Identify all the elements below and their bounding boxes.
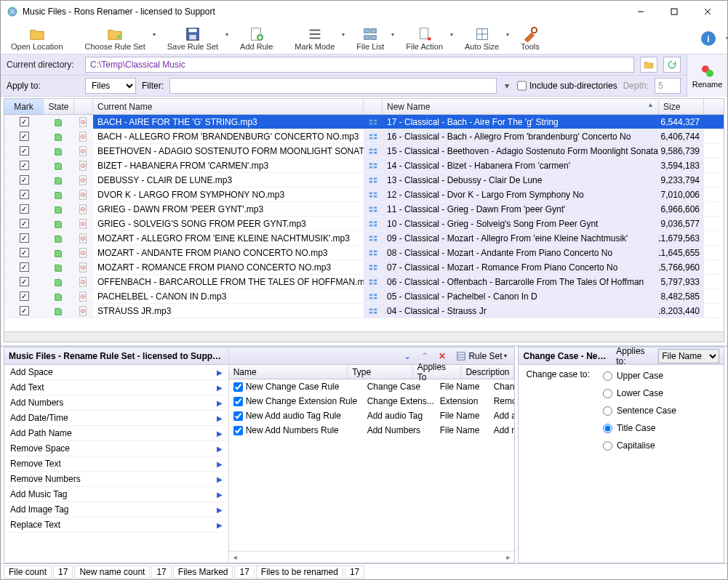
rcol-type[interactable]: Type [348, 365, 413, 379]
rule-enabled-checkbox[interactable] [233, 411, 243, 421]
sort-asc-icon: ▲ [647, 101, 654, 108]
rule-row[interactable]: New Change Case RuleChange CaseFile Name… [229, 379, 515, 394]
mark-checkbox[interactable]: ✓ [20, 161, 29, 170]
choose-rule-set-button[interactable]: Choose Rule Set ▾ [81, 25, 150, 52]
mark-checkbox[interactable]: ✓ [20, 219, 29, 228]
delete-rule-button[interactable]: ✕ [436, 350, 449, 363]
table-row[interactable]: ✓OFFENBACH - BARCAROLLE FROM THE TALES O… [4, 275, 724, 289]
rule-enabled-checkbox[interactable] [233, 382, 243, 392]
rule-set-menu-button[interactable]: Rule Set ▾ [453, 350, 510, 363]
table-row[interactable]: ✓DVOR K - LARGO FROM SYMPHONY NO.mp312 -… [4, 188, 724, 202]
rule-enabled-checkbox[interactable] [233, 397, 243, 406]
table-row[interactable]: ✓GRIEG - DAWN FROM 'PEER GYNT'.mp311 - C… [4, 202, 724, 217]
mark-checkbox[interactable]: ✓ [20, 132, 29, 141]
case-option[interactable]: Lower Case [603, 388, 676, 398]
table-row[interactable]: ✓BEETHOVEN - ADAGIO SOSTENUTO FORM MOONL… [4, 144, 724, 158]
table-body[interactable]: ✓BACH - AIRE FOR THE 'G' STRING.mp317 - … [4, 115, 724, 331]
apply-to-select[interactable]: Files [85, 78, 136, 94]
rule-category[interactable]: Add Date/Time▶ [4, 411, 228, 426]
table-row[interactable]: ✓DEBUSSY - CLAIR DE LUNE.mp313 - Classic… [4, 173, 724, 188]
add-rule-button[interactable]: Add Rule [236, 25, 277, 52]
mark-checkbox[interactable]: ✓ [20, 204, 29, 214]
table-row[interactable]: ✓PACHELBEL - CANON IN D.mp305 - Classica… [4, 289, 724, 304]
rule-row[interactable]: New Add Numbers RuleAdd NumbersFile Name… [229, 423, 515, 438]
rule-category[interactable]: Remove Text▶ [4, 456, 228, 472]
rcol-name[interactable]: Name [229, 365, 348, 379]
mark-checkbox[interactable]: ✓ [20, 233, 29, 243]
directory-input[interactable] [85, 57, 634, 73]
col-mark[interactable]: Mark [4, 99, 44, 114]
mark-checkbox[interactable]: ✓ [20, 117, 29, 126]
rcol-desc[interactable]: Description [461, 365, 514, 379]
table-row[interactable]: ✓MOZART - ALLEGRO FROM 'EINE KLEINE NACH… [4, 231, 724, 246]
mark-mode-button[interactable]: Mark Mode ▾ [290, 25, 339, 52]
new-file-icon [368, 204, 378, 214]
rules-h-scroll[interactable]: ◄► [229, 551, 515, 563]
rule-category[interactable]: Add Space▶ [4, 365, 228, 380]
col-size[interactable]: Size [659, 99, 704, 114]
refresh-button[interactable] [663, 57, 681, 73]
table-row[interactable]: ✓MOZART - ROMANCE FROM PIANO CONCERTO NO… [4, 260, 724, 275]
col-new[interactable]: New Name▲ [383, 99, 659, 114]
case-option[interactable]: Title Case [603, 423, 676, 433]
tools-button[interactable]: Tools [516, 25, 544, 52]
rule-row[interactable]: New Add audio Tag RuleAdd audio TagFile … [229, 408, 515, 423]
browse-folder-button[interactable] [640, 57, 657, 73]
filter-dropdown-icon[interactable]: ▾ [503, 81, 511, 91]
col-state[interactable]: State [44, 99, 74, 114]
save-rule-set-button[interactable]: Save Rule Set ▾ [163, 25, 223, 52]
file-list-button[interactable]: File List ▾ [352, 25, 388, 52]
col-icon2[interactable] [364, 99, 383, 114]
col-icon[interactable] [74, 99, 93, 114]
rule-category[interactable]: Remove Numbers▶ [4, 472, 228, 487]
rule-category[interactable]: Add Image Tag▶ [4, 502, 228, 517]
mark-checkbox[interactable]: ✓ [20, 262, 29, 272]
svg-point-78 [82, 223, 84, 225]
h-scrollbar[interactable] [4, 331, 724, 342]
close-button[interactable] [691, 1, 724, 22]
case-option[interactable]: Upper Case [603, 371, 676, 381]
col-current[interactable]: Current Name [93, 99, 364, 114]
rules-body[interactable]: New Change Case RuleChange CaseFile Name… [229, 379, 515, 551]
open-location-button[interactable]: Open Location [7, 25, 68, 52]
include-subdirs-checkbox[interactable]: Include sub-directories [517, 78, 617, 94]
applies-to-select[interactable]: File Name [658, 349, 719, 363]
mark-checkbox[interactable]: ✓ [20, 248, 29, 257]
state-ok-icon [54, 204, 64, 214]
minimize-button[interactable] [624, 1, 657, 22]
table-row[interactable]: ✓BIZET - HABANERA FROM 'CARMEN'.mp314 - … [4, 158, 724, 173]
table-row[interactable]: ✓STRAUSS JR.mp304 - Classical - Strauss … [4, 304, 724, 318]
rule-row[interactable]: New Change Extension RuleChange Extens..… [229, 394, 515, 408]
state-ok-icon [54, 219, 64, 229]
mark-checkbox[interactable]: ✓ [20, 277, 29, 286]
mark-checkbox[interactable]: ✓ [20, 175, 29, 185]
mark-checkbox[interactable]: ✓ [20, 190, 29, 199]
rule-category[interactable]: Remove Space▶ [4, 441, 228, 456]
rcol-applies[interactable]: Applies To [413, 365, 462, 379]
file-action-button[interactable]: File Action ▾ [401, 25, 447, 52]
move-down-button[interactable]: ⌄ [401, 350, 414, 363]
rule-categories-pane: Music Files - Rename Rule Set - licensed… [4, 347, 228, 563]
move-up-button[interactable]: ⌃ [418, 350, 431, 363]
rule-enabled-checkbox[interactable] [233, 426, 243, 435]
case-option[interactable]: Capitalise [603, 440, 676, 451]
rule-category[interactable]: Add Numbers▶ [4, 395, 228, 411]
table-row[interactable]: ✓BACH - ALLEGRO FROM 'BRANDENBURG' CONCE… [4, 129, 724, 144]
mark-checkbox[interactable]: ✓ [20, 291, 29, 301]
audio-file-icon [79, 262, 89, 273]
info-button[interactable]: i ▾ [695, 29, 721, 48]
mark-checkbox[interactable]: ✓ [20, 146, 29, 156]
mark-checkbox[interactable]: ✓ [20, 306, 29, 315]
maximize-button[interactable] [657, 1, 691, 22]
rule-category[interactable]: Add Path Name▶ [4, 426, 228, 441]
filter-input[interactable] [169, 78, 497, 94]
table-row[interactable]: ✓BACH - AIRE FOR THE 'G' STRING.mp317 - … [4, 115, 724, 129]
table-row[interactable]: ✓MOZART - ANDANTE FROM PIANO CONCERTO NO… [4, 246, 724, 260]
rename-button[interactable]: Rename [687, 55, 727, 97]
rule-category[interactable]: Add Text▶ [4, 380, 228, 395]
table-row[interactable]: ✓GRIEG - SOLVEIG'S SONG FROM PEER GYNT.m… [4, 217, 724, 231]
auto-size-button[interactable]: Auto Size ▾ [460, 25, 503, 52]
rule-category[interactable]: Replace Text▶ [4, 517, 228, 533]
rule-category[interactable]: Add Music Tag▶ [4, 487, 228, 502]
case-option[interactable]: Sentence Case [603, 406, 676, 416]
